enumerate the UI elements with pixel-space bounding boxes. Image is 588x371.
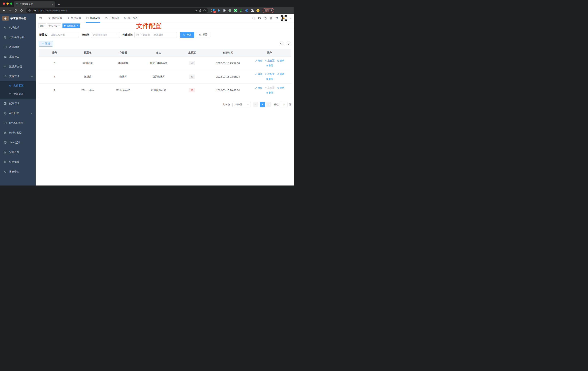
yen-icon: ¥ xyxy=(67,17,70,20)
action-label: 主配置 xyxy=(267,73,274,76)
extension-blue-eye-icon[interactable] xyxy=(245,9,249,12)
search-button[interactable]: 搜索 xyxy=(180,32,194,38)
extension-green-star-icon[interactable] xyxy=(239,9,243,12)
zoom-window-button[interactable] xyxy=(10,2,12,5)
trash-icon xyxy=(266,64,268,67)
code-icon xyxy=(4,26,7,29)
sidebar-item-system-api[interactable]: 系统接口 xyxy=(0,52,36,62)
config-name-input[interactable] xyxy=(49,32,79,38)
site-info-icon[interactable] xyxy=(28,9,31,12)
add-button[interactable]: 新增 xyxy=(39,41,53,47)
sidebar-item-api-log[interactable]: API 日志 xyxy=(0,108,36,118)
date-range-picker[interactable]: 开始日期 - 结束日期 xyxy=(134,32,177,38)
tag-home[interactable]: 首页 xyxy=(38,23,46,28)
url-path: :1024/infra/file/file-config xyxy=(42,9,67,12)
edit-action[interactable]: 修改 xyxy=(255,59,262,62)
sidebar-item-cron-job[interactable]: 定时任务 xyxy=(0,147,36,157)
close-window-button[interactable] xyxy=(3,2,5,5)
reset-button[interactable]: 重置 xyxy=(196,32,210,38)
avatar[interactable] xyxy=(281,15,287,21)
goto-page-input[interactable] xyxy=(280,102,287,107)
edit-action[interactable]: 修改 xyxy=(255,86,262,89)
sidebar-item-file-list[interactable]: 文件列表 xyxy=(0,90,36,99)
extension-record-icon[interactable] xyxy=(228,9,232,12)
home-icon[interactable] xyxy=(19,8,24,13)
address-bar[interactable]: 127.0.0.1:1024/infra/file/file-config xyxy=(26,8,208,13)
sidebar-item-java-monitor[interactable]: Java 监控 xyxy=(0,138,36,147)
extensions-puzzle-icon[interactable] xyxy=(251,9,254,12)
tag-close-icon[interactable]: ✕ xyxy=(76,25,78,27)
share-icon[interactable] xyxy=(199,9,202,12)
github-icon[interactable] xyxy=(258,17,261,20)
nav-item-system[interactable]: 系统管理 xyxy=(45,14,64,22)
svg-text:⌘: ⌘ xyxy=(224,10,225,11)
new-tab-button[interactable]: + xyxy=(58,3,60,6)
sidebar-item-code-gen[interactable]: 代码生成 xyxy=(0,23,36,32)
tag-close-icon[interactable]: ✕ xyxy=(58,25,60,27)
collapse-sidebar-icon[interactable] xyxy=(38,17,43,20)
browser-tab[interactable]: 芋道管理系统 ✕ xyxy=(14,1,55,7)
prev-page-button[interactable] xyxy=(253,102,258,107)
nav-item-payment[interactable]: ¥支付管理 xyxy=(64,14,84,22)
browser-update-button[interactable]: 更新 xyxy=(262,8,274,13)
extension-emoji-icon[interactable] xyxy=(256,9,260,12)
master-action[interactable]: 主配置 xyxy=(265,59,274,62)
font-size-icon[interactable]: тT xyxy=(275,17,278,20)
sidebar-item-redis-monitor[interactable]: Redis 监控 xyxy=(0,128,36,138)
master-action[interactable]: 主配置 xyxy=(265,73,274,76)
sidebar-item-form-builder[interactable]: 表单构建 xyxy=(0,42,36,52)
password-key-icon[interactable] xyxy=(195,9,198,12)
fullscreen-icon[interactable] xyxy=(269,17,273,20)
minimize-window-button[interactable] xyxy=(7,2,9,5)
table-head-row: 编号配置名存储器备注主配置创建时间操作 xyxy=(39,49,291,56)
avatar-caret-icon[interactable] xyxy=(290,17,292,19)
tag-file-config[interactable]: 文件配置✕ xyxy=(63,23,80,28)
back-icon[interactable] xyxy=(2,8,7,13)
sidebar-item-trace[interactable]: 链路追踪 xyxy=(0,157,36,167)
sidebar-item-config-manage[interactable]: 配置管理 xyxy=(0,99,36,108)
tab-close-icon[interactable]: ✕ xyxy=(52,3,53,6)
page-size-select[interactable]: 10条/页 xyxy=(232,102,251,107)
nav-item-workflow[interactable]: 工作流程 xyxy=(102,14,121,22)
delete-action[interactable]: 删除 xyxy=(266,64,273,67)
help-icon[interactable] xyxy=(264,17,267,20)
extension-kite-icon[interactable] xyxy=(217,9,220,12)
column-header: 创建时间 xyxy=(208,49,248,56)
bookmark-star-icon[interactable] xyxy=(203,9,206,12)
browser-menu-dots-icon[interactable] xyxy=(270,9,273,12)
test-action[interactable]: 测试 xyxy=(277,86,284,89)
storage-select-placeholder: 请选择存储器 xyxy=(93,33,107,36)
test-action[interactable]: 测试 xyxy=(277,73,284,76)
sidebar-item-db-doc[interactable]: 数据库文档 xyxy=(0,62,36,72)
delete-action[interactable]: 删除 xyxy=(266,91,273,94)
next-page-button[interactable] xyxy=(266,102,272,107)
sidebar-item-file-config[interactable]: 文件配置 xyxy=(0,81,36,90)
sidebar-item-label: Java 监控 xyxy=(9,141,20,144)
sidebar-item-mysql-monitor[interactable]: MySQL 监控 xyxy=(0,118,36,128)
extension-y-green-icon[interactable]: Y xyxy=(234,9,237,12)
storage-select[interactable]: 请选择存储器 xyxy=(91,32,120,38)
refresh-table-button[interactable] xyxy=(286,41,291,46)
tag-profile[interactable]: 个人中心✕ xyxy=(47,23,61,28)
sidebar-item-log-center[interactable]: 日志中心 xyxy=(0,167,36,177)
nav-item-report[interactable]: 统计报表 xyxy=(121,14,140,22)
share-icon xyxy=(277,87,279,89)
monitor-icon xyxy=(4,141,7,144)
search-icon[interactable] xyxy=(252,17,255,20)
current-page-button[interactable]: 1 xyxy=(260,102,265,107)
extension-command-icon[interactable]: ⌘ xyxy=(222,9,226,12)
reload-icon[interactable] xyxy=(13,8,18,13)
show-search-toggle-button[interactable] xyxy=(279,41,284,46)
master-action[interactable]: 主配置 xyxy=(265,86,274,89)
edit-action[interactable]: 修改 xyxy=(255,73,262,76)
sidebar-item-code-example[interactable]: 代码生成示例 xyxy=(0,32,36,42)
forward-icon[interactable] xyxy=(8,8,12,13)
sidebar-item-label: 定时任务 xyxy=(9,151,19,154)
app-logo-row[interactable]: 芋道管理系统 xyxy=(0,14,36,23)
delete-action[interactable]: 删除 xyxy=(266,77,273,81)
pen-icon xyxy=(255,60,257,62)
nav-item-infra[interactable]: 基础设施 xyxy=(84,14,102,22)
test-action[interactable]: 测试 xyxy=(277,59,284,62)
sidebar-item-file-manage[interactable]: 文件管理 xyxy=(0,72,36,81)
extension-tabs-icon[interactable]: 11 xyxy=(211,9,215,12)
